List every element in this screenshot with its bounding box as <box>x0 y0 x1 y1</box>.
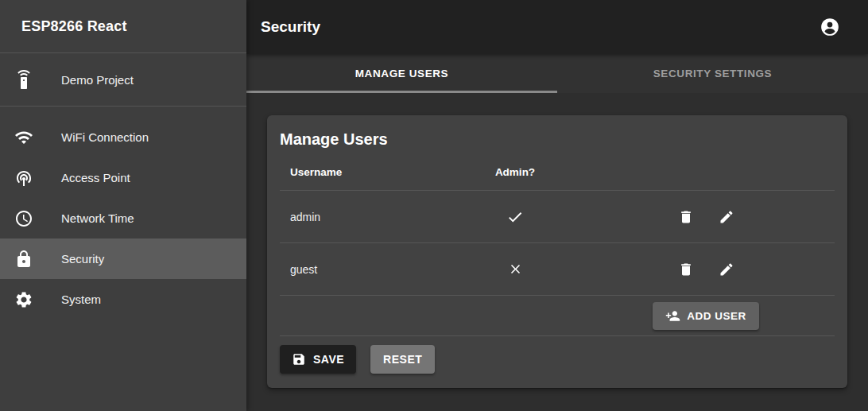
table-header-row: Username Admin? <box>280 154 835 191</box>
reset-label: RESET <box>383 353 422 366</box>
save-label: SAVE <box>313 353 344 366</box>
sidebar: ESP8266 React Demo Project WiFi Connecti… <box>0 0 246 411</box>
remote-icon <box>14 70 33 89</box>
sidebar-item-wifi-connection[interactable]: WiFi Connection <box>0 117 246 157</box>
delete-user-button[interactable] <box>670 201 702 233</box>
manage-users-card: Manage Users Username Admin? admin <box>267 115 847 388</box>
add-user-button[interactable]: ADD USER <box>653 302 759 330</box>
close-icon <box>508 262 523 277</box>
sidebar-item-system[interactable]: System <box>0 279 246 320</box>
sidebar-header: ESP8266 React <box>0 0 246 53</box>
tab-label: MANAGE USERS <box>355 68 448 79</box>
admin-cell <box>453 208 577 226</box>
table-row: admin <box>280 191 835 243</box>
form-actions: SAVE RESET <box>280 345 835 374</box>
delete-icon <box>678 262 694 277</box>
sidebar-item-label: WiFi Connection <box>61 130 149 144</box>
card-title: Manage Users <box>280 128 835 150</box>
appbar: Security <box>246 0 868 54</box>
edit-icon <box>719 209 734 225</box>
admin-cell <box>453 262 577 277</box>
lock-icon <box>14 250 33 269</box>
column-header-admin: Admin? <box>453 166 577 178</box>
wifi-icon <box>14 128 33 147</box>
sidebar-item-label: Network Time <box>61 211 134 225</box>
check-icon <box>506 208 524 226</box>
tab-manage-users[interactable]: MANAGE USERS <box>246 54 557 93</box>
account-button[interactable] <box>814 11 846 43</box>
person-add-icon <box>665 308 680 324</box>
main-area: Security MANAGE USERS SECURITY SETTINGS <box>246 0 868 411</box>
sidebar-item-security[interactable]: Security <box>0 238 246 279</box>
users-table: Username Admin? admin <box>280 154 835 336</box>
add-user-label: ADD USER <box>687 310 746 322</box>
actions-cell <box>577 201 835 233</box>
clock-icon <box>14 209 33 228</box>
save-button[interactable]: SAVE <box>280 345 356 374</box>
column-header-username: Username <box>280 166 453 178</box>
edit-user-button[interactable] <box>711 254 742 285</box>
tab-label: SECURITY SETTINGS <box>653 68 772 79</box>
active-tab-indicator <box>246 91 557 93</box>
edit-user-button[interactable] <box>711 201 742 233</box>
sidebar-item-demo-project[interactable]: Demo Project <box>0 53 246 106</box>
sidebar-item-network-time[interactable]: Network Time <box>0 198 246 238</box>
app-window: ESP8266 React Demo Project WiFi Connecti… <box>0 0 868 411</box>
username-cell: guest <box>280 263 453 276</box>
actions-cell <box>577 254 835 285</box>
sidebar-item-label: Demo Project <box>61 73 134 87</box>
gear-icon <box>14 290 33 309</box>
account-circle-icon <box>820 17 840 37</box>
page-title: Security <box>261 18 814 36</box>
sidebar-item-label: Security <box>61 252 104 266</box>
wifi-tethering-icon <box>14 169 33 188</box>
sidebar-item-label: System <box>61 293 101 306</box>
sidebar-nav: WiFi Connection Access Point Network Tim… <box>0 107 246 320</box>
reset-button[interactable]: RESET <box>370 345 435 374</box>
tab-security-settings[interactable]: SECURITY SETTINGS <box>557 54 868 93</box>
delete-icon <box>678 209 694 225</box>
tab-bar: MANAGE USERS SECURITY SETTINGS <box>246 54 868 93</box>
save-icon <box>292 352 306 366</box>
content-area: Manage Users Username Admin? admin <box>246 93 868 411</box>
app-title: ESP8266 React <box>21 18 127 35</box>
edit-icon <box>719 262 734 277</box>
table-row: guest <box>280 243 835 296</box>
username-cell: admin <box>280 211 453 223</box>
sidebar-item-label: Access Point <box>61 171 130 184</box>
table-footer-row: ADD USER <box>280 296 835 336</box>
delete-user-button[interactable] <box>670 254 702 285</box>
sidebar-item-access-point[interactable]: Access Point <box>0 157 246 198</box>
